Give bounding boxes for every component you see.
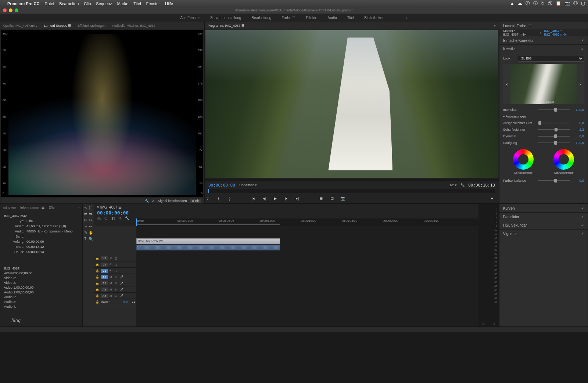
intensity-value[interactable]: 100,0 [572, 108, 584, 112]
close-window[interactable] [3, 8, 7, 12]
wrench-icon[interactable]: 🔧 [145, 199, 149, 203]
menu-datei[interactable]: Datei [44, 1, 54, 6]
menu-titel[interactable]: Titel [133, 1, 141, 6]
clip-link[interactable]: IMG_4067 * IMG_4067.m4v [544, 29, 584, 36]
h-icon[interactable]: Ⓗ [573, 1, 578, 6]
signal-clamp-check[interactable]: ✓ [152, 199, 155, 203]
ws-effekte[interactable]: Effekte [306, 16, 317, 20]
export-frame-icon[interactable]: 📷 [340, 195, 346, 201]
add-button-icon[interactable]: + [489, 195, 495, 201]
check-icon[interactable]: ✓ [581, 206, 584, 210]
program-tc-in[interactable]: 00;00;00;00 [208, 183, 235, 188]
track-v2[interactable]: 🔒V2👁◻ [94, 261, 136, 268]
vibrance-slider[interactable] [538, 136, 570, 137]
overflow-icon[interactable]: » [78, 206, 79, 209]
goto-in-icon[interactable]: |◂ [250, 195, 256, 201]
track-a4[interactable]: 🔒A4MS🎤 [94, 293, 136, 299]
sync-icon[interactable]: ↻ [541, 1, 545, 6]
panel-menu-icon[interactable]: ☰ [528, 24, 532, 28]
hand-tool-icon[interactable]: ✋ [89, 231, 93, 235]
ripple-tool-icon[interactable]: ⇄ [84, 212, 88, 217]
ws-zusammenstellung[interactable]: Zusammenstellung [210, 16, 241, 20]
solo-right[interactable]: S [493, 322, 495, 326]
section-wheels[interactable]: Farbräder✓ [499, 213, 588, 221]
tab-quelle[interactable]: Quelle: IMG_4067.m4v [3, 24, 37, 28]
audio-clip[interactable] [136, 245, 280, 250]
wrench-icon[interactable]: 🔧 [460, 183, 465, 187]
track-content[interactable]: IMG_4067.m4v [V] [136, 226, 478, 326]
track-a1[interactable]: 🔒A1MS🎤 [94, 274, 136, 280]
slip-tool-icon[interactable]: ↔ [84, 224, 88, 229]
section-vignette[interactable]: Vignette✓ [499, 230, 588, 238]
track-v3[interactable]: 🔒V3👁◻ [94, 255, 136, 261]
type-tool-icon[interactable]: T [84, 237, 88, 242]
sharpen-slider[interactable] [538, 129, 570, 130]
sharpen-value[interactable]: 2,3 [572, 128, 584, 131]
menu-sequenz[interactable]: Sequenz [96, 1, 112, 6]
display-icon[interactable]: ▢ [581, 1, 585, 6]
tab-informationen[interactable]: Informationen ☰ [20, 206, 44, 209]
tab-audioclip-mischer[interactable]: Audioclip-Mischer: IMG_4067 [112, 24, 155, 28]
menu-marke[interactable]: Marke [117, 1, 129, 6]
ws-titel[interactable]: Titel [347, 16, 354, 20]
linked-icon[interactable]: ⬡ [104, 216, 108, 220]
clipboard-icon[interactable]: 📋 [556, 1, 561, 6]
program-display[interactable] [205, 30, 498, 178]
menu-clip[interactable]: Clip [84, 1, 91, 6]
play-icon[interactable]: ▶ [272, 195, 278, 201]
timeline-tc[interactable]: 00;00;00;00 [97, 210, 476, 216]
look-dropdown[interactable]: SL BIG [518, 55, 584, 62]
info-icon[interactable]: ⓘ [533, 1, 538, 6]
ws-overflow[interactable]: » [406, 16, 408, 20]
marker-icon[interactable]: ▿ [205, 195, 211, 201]
section-basic[interactable]: Einfache Korrektur✓ [499, 36, 588, 44]
pen-tool-icon[interactable]: ✎ [84, 231, 88, 235]
razor-tool-icon[interactable]: ✂ [89, 218, 93, 223]
adjustments-toggle[interactable]: ▾ Anpassungen [503, 113, 584, 120]
marker-icon[interactable]: ◧ [111, 216, 115, 220]
section-hsl[interactable]: HSL Sekundär✓ [499, 221, 588, 229]
ws-alle-fenster[interactable]: Alle Fenster [180, 16, 200, 20]
zoom-dropdown[interactable]: 1/2 ▾ [449, 183, 457, 187]
out-point-icon[interactable]: } [227, 195, 233, 201]
f-icon[interactable]: Ⓕ [526, 1, 530, 6]
highlight-tint-wheel[interactable]: Glanzlichtfarbe [553, 149, 574, 174]
rolling-tool-icon[interactable]: ⇆ [89, 212, 93, 217]
tab-bibliotheken[interactable]: iotheken [3, 206, 16, 209]
vibrance-value[interactable]: 0,0 [572, 134, 584, 138]
rate-tool-icon[interactable]: ⟳ [84, 218, 88, 223]
snap-icon[interactable]: ⁂ [97, 216, 101, 220]
track-master[interactable]: 🔒Master0,0▸◂ [94, 299, 136, 305]
cloud-icon[interactable]: ☁ [518, 1, 522, 6]
track-v1[interactable]: 🔒V1👁◻ [94, 268, 136, 274]
zoom-tool-icon[interactable]: 🔍 [89, 237, 93, 242]
faded-slider[interactable] [538, 123, 570, 123]
panel-menu-icon[interactable]: ▾ [494, 24, 496, 28]
tint-balance-value[interactable]: 0,0 [572, 179, 584, 183]
check-icon[interactable]: ✓ [581, 47, 584, 51]
step-back-icon[interactable]: ◂| [261, 195, 267, 201]
camera-icon[interactable]: 📷 [564, 1, 570, 6]
menu-fenster[interactable]: Fenster [146, 1, 160, 6]
bit-depth-button[interactable]: 8-Bit [190, 199, 201, 203]
cc-icon[interactable]: ▲ [510, 1, 514, 6]
check-icon[interactable]: ✓ [581, 215, 584, 219]
solo-left[interactable]: S [483, 322, 484, 326]
prev-look-icon[interactable]: ‹ [503, 81, 510, 87]
settings-icon[interactable]: ↯ [118, 216, 121, 220]
intensity-slider[interactable] [538, 109, 570, 110]
section-creative[interactable]: Kreativ✓ [499, 45, 588, 53]
goto-out-icon[interactable]: ▸| [294, 195, 300, 201]
menu-bearbeiten[interactable]: Bearbeiten [59, 1, 79, 6]
tint-balance-slider[interactable] [538, 180, 570, 181]
faded-value[interactable]: 0,0 [572, 121, 584, 125]
sequence-tab[interactable]: × IMG_4067 ☰ [97, 205, 476, 209]
check-icon[interactable]: ✓ [581, 232, 584, 236]
lift-icon[interactable]: ⊟ [318, 195, 324, 201]
track-a2[interactable]: 🔒A2MS🎤 [94, 280, 136, 286]
in-point-icon[interactable]: { [216, 195, 222, 201]
track-select-tool-icon[interactable]: ⬚ [89, 206, 93, 210]
menu-hilfe[interactable]: Hilfe [165, 1, 173, 6]
track-a3[interactable]: 🔒A3MS🎤 [94, 286, 136, 293]
tab-effekte[interactable]: Effe [49, 206, 55, 209]
